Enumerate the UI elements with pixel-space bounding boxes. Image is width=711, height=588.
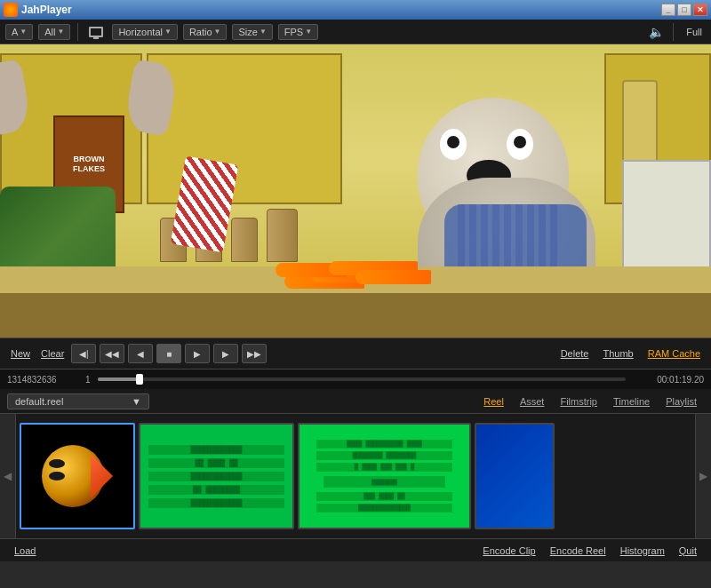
frame-position: 1314832636 <box>7 375 78 385</box>
quit-button[interactable]: Quit <box>672 544 704 558</box>
close-button[interactable]: ✕ <box>693 4 707 16</box>
encode-clip-button[interactable]: Encode Clip <box>475 544 542 558</box>
ram-cache-button[interactable]: RAM Cache <box>644 346 704 361</box>
ctrl-right-btns: Delete Thumb RAM Cache <box>557 346 704 361</box>
bottom-bar: Load Encode Clip Encode Reel Histogram Q… <box>0 538 711 561</box>
carrot-5 <box>356 270 431 284</box>
video-player[interactable]: BROWNFLAKES <box>0 44 711 338</box>
video-canvas: BROWNFLAKES <box>0 44 711 338</box>
tab-reel[interactable]: Reel <box>476 394 511 409</box>
size-dropdown[interactable]: Size ▼ <box>232 24 272 40</box>
maximize-button[interactable]: □ <box>677 4 691 16</box>
chevron-down-icon: ▼ <box>214 28 221 36</box>
reel-bar: default.reel ▼ Reel Asset Filmstrip Time… <box>0 389 711 414</box>
new-button[interactable]: New <box>7 346 34 361</box>
separator <box>77 23 78 41</box>
scrubber-thumb[interactable] <box>136 374 143 385</box>
mask-wing <box>91 454 113 498</box>
step-forward-icon: ▶ <box>222 349 229 359</box>
prev-start-button[interactable]: ◀| <box>71 344 96 363</box>
delete-button[interactable]: Delete <box>557 346 593 361</box>
jar-4 <box>267 209 298 262</box>
stop-icon: ■ <box>166 349 172 359</box>
fullscreen-button[interactable]: Full <box>683 25 706 39</box>
toolbar: A ▼ All ▼ Horizontal ▼ Ratio ▼ Size ▼ FP… <box>0 20 711 44</box>
transport-bar: New Clear ◀| ◀◀ ◀ ■ ▶ ▶ ▶▶ Delete Thumb … <box>0 338 711 369</box>
track-dropdown[interactable]: A ▼ <box>5 24 33 40</box>
tab-playlist[interactable]: Playlist <box>659 394 704 409</box>
chevron-left-icon: ◀ <box>4 470 12 482</box>
counter-front <box>0 293 711 338</box>
filmstrip-area: ◀ ████████████ ██ ████ ██ ██████████ <box>0 414 711 538</box>
step-forward-button[interactable]: ▶ <box>213 344 238 363</box>
timecode: 00:01:19.20 <box>633 375 704 385</box>
app-title: JahPlayer <box>21 4 72 16</box>
chevron-down-icon: ▼ <box>20 28 27 36</box>
filmstrip-item-1[interactable] <box>20 423 135 529</box>
histogram-button[interactable]: Histogram <box>613 544 672 558</box>
title-bar: JahPlayer _ □ ✕ <box>0 0 711 20</box>
skip-forward-button[interactable]: ▶▶ <box>242 344 267 363</box>
filmstrip-next-button[interactable]: ▶ <box>695 414 711 538</box>
clear-button[interactable]: Clear <box>37 346 68 361</box>
mask-eyes <box>49 458 98 476</box>
jar-3 <box>231 218 258 262</box>
scrubber-bar: 1314832636 1 00:01:19.20 <box>0 369 711 389</box>
chevron-down-icon: ▼ <box>132 396 141 407</box>
mask-eye-left <box>49 459 65 468</box>
monitor-icon-item <box>85 25 107 39</box>
film-item-3-content: ████ ██████████ ████ ████████ ████████ █… <box>300 425 469 528</box>
scrubber-fill <box>98 377 140 381</box>
monitor-icon <box>89 27 103 37</box>
prev-start-icon: ◀| <box>79 349 89 359</box>
filmstrip-items: ████████████ ██ ████ ██ ████████████ ██ … <box>16 414 695 538</box>
play-icon: ▶ <box>194 349 201 359</box>
filmstrip-item-3[interactable]: ████ ██████████ ████ ████████ ████████ █… <box>298 423 471 529</box>
title-left: JahPlayer <box>4 3 72 17</box>
tab-timeline[interactable]: Timeline <box>606 394 657 409</box>
load-button[interactable]: Load <box>7 544 43 558</box>
filmstrip-item-4[interactable] <box>475 423 555 529</box>
dog-eye-right <box>507 129 533 160</box>
mask-shape <box>42 441 113 512</box>
film-item-1-content <box>21 425 133 528</box>
step-back-button[interactable]: ◀ <box>128 344 153 363</box>
filmstrip-item-2[interactable]: ████████████ ██ ████ ██ ████████████ ██ … <box>139 423 294 529</box>
chevron-down-icon: ▼ <box>58 28 65 36</box>
wall-cabinet-center <box>147 53 342 204</box>
filmstrip-prev-button[interactable]: ◀ <box>0 414 16 538</box>
film-item-2-content: ████████████ ██ ████ ██ ████████████ ██ … <box>140 425 292 528</box>
ratio-dropdown[interactable]: Ratio ▼ <box>183 24 228 40</box>
encode-reel-button[interactable]: Encode Reel <box>543 544 613 558</box>
chevron-down-icon: ▼ <box>164 28 172 36</box>
title-controls: _ □ ✕ <box>661 4 707 16</box>
tab-filmstrip[interactable]: Filmstrip <box>553 394 604 409</box>
app-icon <box>4 3 18 17</box>
horizontal-dropdown[interactable]: Horizontal ▼ <box>112 24 177 40</box>
chevron-down-icon: ▼ <box>260 28 267 36</box>
volume-icon: 🔈 <box>649 25 664 39</box>
reel-name: default.reel <box>15 396 63 407</box>
reel-dropdown[interactable]: default.reel ▼ <box>7 393 149 409</box>
chevron-right-icon: ▶ <box>699 470 707 482</box>
film-item-4-content <box>476 425 553 528</box>
minimize-button[interactable]: _ <box>661 4 675 16</box>
mask-eye-right <box>49 472 65 481</box>
stop-button[interactable]: ■ <box>156 344 181 363</box>
separator <box>673 23 674 41</box>
dog-eye-left <box>440 129 467 160</box>
step-back-icon: ◀ <box>137 349 144 359</box>
skip-back-icon: ◀◀ <box>105 349 119 359</box>
reel-tabs: Reel Asset Filmstrip Timeline Playlist <box>476 394 704 409</box>
play-button[interactable]: ▶ <box>185 344 210 363</box>
scrubber-track[interactable] <box>98 377 626 381</box>
tab-asset[interactable]: Asset <box>513 394 552 409</box>
toolbar-right: 🔈 Full <box>649 23 706 41</box>
chevron-down-icon: ▼ <box>305 28 312 36</box>
fps-dropdown[interactable]: FPS ▼ <box>278 24 318 40</box>
skip-forward-icon: ▶▶ <box>247 349 261 359</box>
skip-back-button[interactable]: ◀◀ <box>100 344 124 363</box>
frame-number: 1 <box>85 375 91 385</box>
all-dropdown[interactable]: All ▼ <box>38 24 70 40</box>
thumb-button[interactable]: Thumb <box>599 346 636 361</box>
